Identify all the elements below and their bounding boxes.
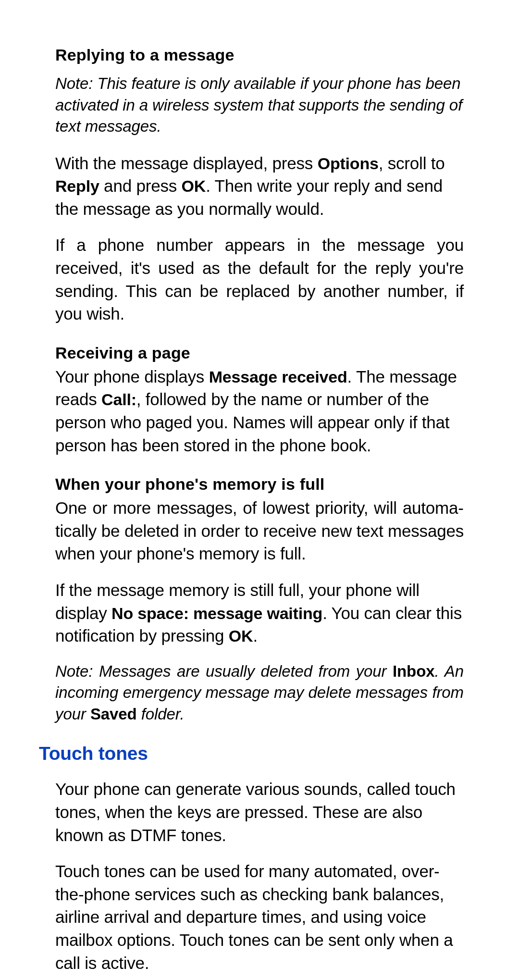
bold-no-space: No space: message waiting bbox=[111, 604, 322, 622]
body-touch-2: Touch tones can be used for many automat… bbox=[55, 860, 464, 974]
bold-call: Call: bbox=[101, 390, 136, 409]
bold-ok: OK bbox=[182, 177, 206, 195]
bold-inbox: Inbox bbox=[393, 662, 435, 680]
bold-options: Options bbox=[318, 154, 379, 173]
body-receiving-1: Your phone displays Message received. Th… bbox=[55, 365, 464, 457]
text: folder. bbox=[137, 705, 185, 723]
text: and press bbox=[99, 176, 182, 195]
text: Your phone displays bbox=[55, 367, 209, 386]
body-replying-1: With the message displayed, press Option… bbox=[55, 152, 464, 221]
text: . bbox=[253, 626, 258, 645]
body-memory-2: If the message memory is still full, you… bbox=[55, 579, 464, 647]
bold-saved: Saved bbox=[90, 705, 137, 723]
text: , scroll to bbox=[379, 154, 445, 173]
body-touch-1: Your phone can generate various sounds, … bbox=[55, 778, 464, 846]
note-memory: Note: Messages are usually deleted from … bbox=[55, 661, 464, 725]
body-memory-1: One or more messages, of lowest priority… bbox=[55, 496, 464, 565]
section-replying: Replying to a message Note: This feature… bbox=[55, 46, 464, 325]
body-replying-2: If a phone number appears in the message… bbox=[55, 234, 464, 325]
note-replying: Note: This feature is only available if … bbox=[55, 73, 464, 137]
document-page: Replying to a message Note: This feature… bbox=[0, 0, 519, 980]
section-memory-full: When your phone's memory is full One or … bbox=[55, 475, 464, 725]
subheading-memory-full: When your phone's memory is full bbox=[55, 475, 464, 494]
text: With the message displayed, press bbox=[55, 154, 318, 173]
bold-ok-2: OK bbox=[229, 627, 253, 645]
bold-reply: Reply bbox=[55, 177, 99, 195]
heading-touch-tones: Touch tones bbox=[39, 743, 464, 764]
section-touch-tones: Your phone can generate various sounds, … bbox=[55, 778, 464, 974]
subheading-replying: Replying to a message bbox=[55, 46, 464, 64]
subheading-receiving: Receiving a page bbox=[55, 344, 464, 362]
bold-message-received: Message received bbox=[209, 368, 347, 386]
text: Note: Messages are usually deleted from … bbox=[55, 662, 393, 680]
section-receiving: Receiving a page Your phone displays Mes… bbox=[55, 344, 464, 457]
